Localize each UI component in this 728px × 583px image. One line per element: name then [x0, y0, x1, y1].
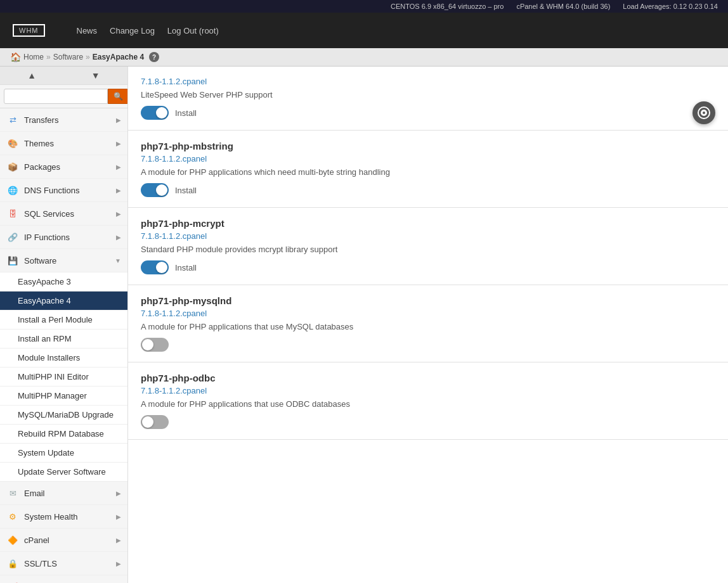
sidebar-search: 🔍: [0, 85, 127, 108]
search-input[interactable]: [4, 89, 108, 104]
submenu-install-rpm[interactable]: Install an RPM: [0, 330, 127, 349]
package-mcrypt: php71-php-mcrypt 7.1.8-1.1.2.cpanel Stan…: [128, 208, 728, 285]
help-icon[interactable]: ?: [149, 52, 159, 62]
package-odbc: php71-php-odbc 7.1.8-1.1.2.cpanel A modu…: [128, 362, 728, 440]
pkg3-install-label: Install: [175, 263, 197, 272]
transfers-arrow: ▶: [116, 117, 121, 124]
logo: WHM: [13, 24, 45, 37]
sidebar-item-market[interactable]: 🛒 Market ▼: [0, 575, 127, 583]
software-submenu: EasyApache 3 EasyApache 4 Install a Perl…: [0, 272, 127, 482]
search-button[interactable]: 🔍: [108, 89, 128, 104]
pkg3-action: Install: [141, 260, 715, 274]
pkg3-desc: Standard PHP module provides mcrypt libr…: [141, 245, 715, 254]
sidebar-label-cpanel: cPanel: [24, 535, 116, 545]
sidebar-label-themes: Themes: [24, 139, 116, 148]
sidebar-item-sql[interactable]: 🗄 SQL Services ▶: [0, 202, 127, 226]
submenu-multiphp-ini[interactable]: MultiPHP INI Editor: [0, 368, 127, 387]
sidebar-item-software[interactable]: 💾 Software ▼: [0, 249, 127, 272]
sql-icon: 🗄: [6, 207, 19, 220]
cpanel-icon: 🔶: [6, 534, 19, 546]
pkg5-version[interactable]: 7.1.8-1.1.2.cpanel: [141, 386, 715, 395]
pkg2-action: Install: [141, 183, 715, 197]
submenu-system-update[interactable]: System Update: [0, 444, 127, 463]
nav-changelog[interactable]: Change Log: [110, 26, 155, 35]
pkg2-version[interactable]: 7.1.8-1.1.2.cpanel: [141, 154, 715, 163]
themes-icon: 🎨: [6, 137, 19, 150]
sidebar-label-transfers: Transfers: [24, 115, 116, 125]
cpanel-version: cPanel & WHM 64.0 (build 36): [516, 3, 610, 10]
dns-icon: 🌐: [6, 184, 19, 196]
sidebar: ▲ ▼ 🔍 ⇄ Transfers ▶ 🎨 Themes ▶ 📦 Package…: [0, 67, 128, 583]
software-arrow: ▼: [115, 257, 121, 264]
packages-icon: 📦: [6, 160, 19, 173]
pkg5-toggle[interactable]: [141, 415, 169, 429]
sidebar-label-software: Software: [24, 256, 115, 266]
breadcrumb-current: EasyApache 4: [93, 53, 144, 61]
ip-arrow: ▶: [116, 234, 121, 241]
sidebar-item-themes[interactable]: 🎨 Themes ▶: [0, 132, 127, 155]
pkg2-desc: A module for PHP applications which need…: [141, 167, 715, 177]
ssl-arrow: ▶: [116, 560, 121, 567]
nav-news[interactable]: News: [77, 26, 98, 35]
package-mbstring: php71-php-mbstring 7.1.8-1.1.2.cpanel A …: [128, 131, 728, 208]
sidebar-item-email[interactable]: ✉ Email ▶: [0, 482, 127, 505]
pkg4-action: [141, 338, 715, 352]
pkg3-name: php71-php-mcrypt: [141, 218, 715, 229]
software-icon: 💾: [6, 254, 19, 267]
header-nav: News Change Log Log Out (root): [77, 26, 219, 35]
main-layout: ▲ ▼ 🔍 ⇄ Transfers ▶ 🎨 Themes ▶ 📦 Package…: [0, 67, 728, 583]
sidebar-item-syshealth[interactable]: ⚙ System Health ▶: [0, 505, 127, 529]
pkg1-desc: LiteSpeed Web Server PHP support: [141, 90, 715, 99]
sidebar-item-dns[interactable]: 🌐 DNS Functions ▶: [0, 179, 127, 202]
home-icon: 🏠: [10, 52, 21, 62]
scroll-down-button[interactable]: ▼: [64, 67, 128, 84]
scroll-up-button[interactable]: ▲: [0, 67, 64, 84]
pkg5-name: php71-php-odbc: [141, 373, 715, 383]
market-icon: 🛒: [6, 580, 19, 583]
sidebar-item-ip[interactable]: 🔗 IP Functions ▶: [0, 226, 127, 249]
logo-text: WHM: [19, 27, 39, 34]
pkg2-name: php71-php-mbstring: [141, 141, 715, 151]
submenu-multiphp-manager[interactable]: MultiPHP Manager: [0, 387, 127, 406]
sidebar-label-dns: DNS Functions: [24, 186, 116, 195]
sidebar-label-syshealth: System Health: [24, 512, 116, 522]
pkg5-desc: A module for PHP applications that use O…: [141, 399, 715, 409]
pkg2-toggle[interactable]: [141, 183, 169, 197]
svg-point-2: [703, 112, 705, 114]
pkg1-action: Install: [141, 106, 715, 120]
sidebar-label-packages: Packages: [24, 162, 116, 172]
submenu-easyapache4[interactable]: EasyApache 4: [0, 292, 127, 311]
pkg3-version[interactable]: 7.1.8-1.1.2.cpanel: [141, 231, 715, 241]
pkg4-toggle[interactable]: [141, 338, 169, 352]
sidebar-item-cpanel[interactable]: 🔶 cPanel ▶: [0, 529, 127, 552]
breadcrumb-software[interactable]: Software: [53, 53, 83, 61]
breadcrumb-home[interactable]: Home: [23, 53, 44, 61]
pkg4-desc: A module for PHP applications that use M…: [141, 322, 715, 331]
sidebar-label-sql: SQL Services: [24, 209, 116, 219]
pkg1-toggle[interactable]: [141, 106, 169, 120]
server-info: CENTOS 6.9 x86_64 virtuozzo – pro: [391, 3, 504, 10]
pkg1-version[interactable]: 7.1.8-1.1.2.cpanel: [141, 77, 715, 86]
nav-logout[interactable]: Log Out (root): [167, 26, 219, 35]
email-arrow: ▶: [116, 490, 121, 497]
content-area: 7.1.8-1.1.2.cpanel LiteSpeed Web Server …: [128, 67, 728, 583]
package-mysqlnd: php71-php-mysqlnd 7.1.8-1.1.2.cpanel A m…: [128, 285, 728, 362]
breadcrumb: 🏠 Home » Software » EasyApache 4 ?: [0, 48, 728, 67]
submenu-install-perl[interactable]: Install a Perl Module: [0, 311, 127, 330]
sidebar-item-transfers[interactable]: ⇄ Transfers ▶: [0, 108, 127, 132]
submenu-module-installers[interactable]: Module Installers: [0, 349, 127, 368]
pkg3-toggle[interactable]: [141, 260, 169, 274]
submenu-update-server[interactable]: Update Server Software: [0, 463, 127, 482]
pkg4-version[interactable]: 7.1.8-1.1.2.cpanel: [141, 309, 715, 318]
pkg2-install-label: Install: [175, 186, 197, 195]
cpanel-arrow: ▶: [116, 537, 121, 544]
ip-icon: 🔗: [6, 231, 19, 243]
load-averages: Load Averages: 0.12 0.23 0.14: [623, 3, 718, 10]
sidebar-item-packages[interactable]: 📦 Packages ▶: [0, 155, 127, 179]
float-help-button[interactable]: [692, 101, 715, 124]
submenu-rebuild-rpm[interactable]: Rebuild RPM Database: [0, 425, 127, 444]
submenu-mysql-upgrade[interactable]: MySQL/MariaDB Upgrade: [0, 406, 127, 425]
sidebar-item-ssl[interactable]: 🔒 SSL/TLS ▶: [0, 552, 127, 575]
sidebar-scroll-buttons: ▲ ▼: [0, 67, 127, 85]
submenu-easyapache3[interactable]: EasyApache 3: [0, 272, 127, 292]
